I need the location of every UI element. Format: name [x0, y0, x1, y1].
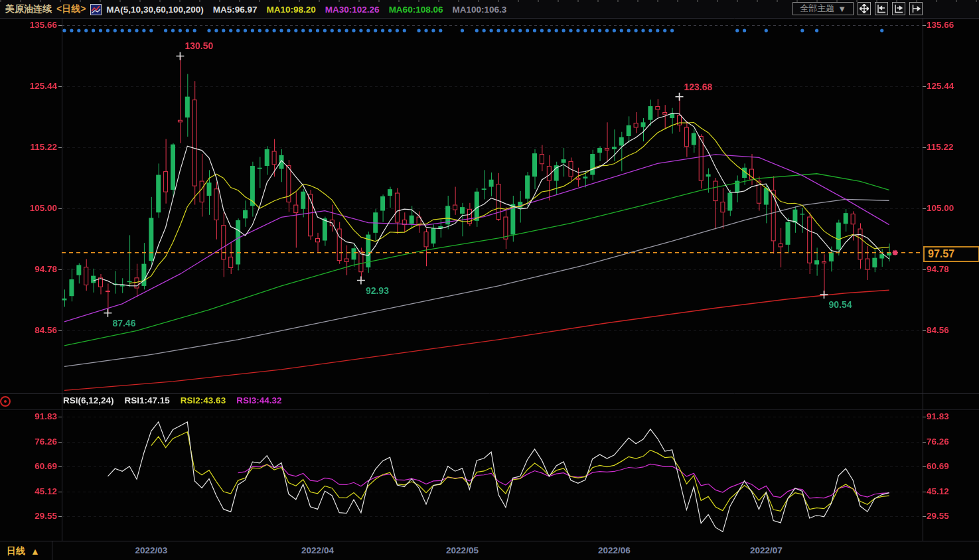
y-axis-label: 115.22 — [0, 142, 57, 152]
y-axis-label: 91.83 — [927, 411, 949, 421]
price-annotation: 90.54 — [829, 299, 852, 310]
ma-value-label: MA30:102.26 — [325, 5, 380, 15]
y-axis-label: 60.69 — [0, 461, 57, 471]
crosshair-icon[interactable] — [858, 2, 871, 15]
chevron-down-icon: ▼ — [838, 4, 846, 14]
y-axis-label: 60.69 — [927, 461, 949, 471]
date-label: 2022/04 — [301, 545, 334, 555]
y-axis-label: 76.26 — [0, 437, 57, 447]
header-left: 美原油连续 <日线> MA(5,10,30,60,100,200)MA5:96.… — [5, 3, 506, 15]
y-axis-label: 29.55 — [927, 511, 949, 521]
jump-latest-icon[interactable] — [909, 2, 923, 15]
last-price-tag: 97.57 — [923, 246, 979, 262]
rsi-header: RSI(6,12,24)RSI1:47.15RSI2:43.63RSI3:44.… — [63, 395, 281, 405]
alert-badge-icon[interactable] — [0, 396, 11, 407]
ma-value-label: MA100:106.3 — [452, 5, 506, 15]
date-label: 2022/05 — [446, 545, 479, 555]
y-axis-label: 105.00 — [927, 203, 954, 213]
compress-kline-icon[interactable] — [875, 2, 888, 15]
theme-dropdown-label: 全部主题 — [800, 3, 834, 15]
ma-value-label: MA60:108.06 — [389, 5, 443, 15]
y-axis-label: 115.22 — [927, 142, 954, 152]
period-tag: <日线> — [56, 3, 86, 15]
divider — [52, 541, 52, 560]
y-axis-label: 105.00 — [0, 203, 57, 213]
chevron-up-icon: ▲ — [31, 546, 40, 557]
y-axis-label: 84.56 — [927, 325, 949, 335]
date-label: 2022/07 — [750, 545, 783, 555]
page-title: 美原油连续 — [5, 3, 52, 15]
y-axis-label: 125.44 — [927, 81, 954, 91]
y-axis-label: 94.78 — [927, 264, 949, 274]
header-bar: 美原油连续 <日线> MA(5,10,30,60,100,200)MA5:96.… — [0, 0, 979, 18]
price-annotation: 92.93 — [366, 285, 389, 296]
theme-dropdown-button[interactable]: 全部主题 ▼ — [792, 2, 854, 15]
ma-value-label: MA10:98.20 — [267, 5, 316, 15]
expand-kline-icon[interactable] — [892, 2, 905, 15]
y-axis-label: 125.44 — [0, 81, 57, 91]
app-root: 美原油连续 <日线> MA(5,10,30,60,100,200)MA5:96.… — [0, 0, 979, 560]
rsi-value-label: RSI(6,12,24) — [63, 395, 114, 405]
period-selector-label: 日线 — [7, 545, 25, 557]
ma-value-label: MA5:96.97 — [213, 5, 258, 15]
y-axis-label: 45.12 — [0, 486, 57, 496]
y-axis-label: 76.26 — [927, 437, 949, 447]
y-axis-label: 45.12 — [927, 486, 949, 496]
ma-values-row: MA(5,10,30,60,100,200)MA5:96.97MA10:98.2… — [106, 5, 506, 15]
rsi-value-label: RSI2:43.63 — [181, 395, 226, 405]
price-annotation: 87.46 — [112, 318, 135, 328]
y-axis-label: 29.55 — [0, 511, 57, 521]
period-selector[interactable]: 日线 ▲ — [7, 545, 40, 557]
header-toolbar: 全部主题 ▼ — [792, 2, 923, 15]
y-axis-label: 91.83 — [0, 411, 57, 421]
ma-value-label: MA(5,10,30,60,100,200) — [106, 5, 203, 15]
price-annotation: 130.50 — [185, 40, 213, 51]
y-axis-label: 135.66 — [927, 20, 954, 30]
y-axis-label: 94.78 — [0, 264, 57, 274]
y-axis-label: 84.56 — [0, 325, 57, 335]
y-axis-label: 135.66 — [0, 20, 57, 30]
rsi-value-label: RSI3:44.32 — [236, 395, 281, 405]
price-annotation: 123.68 — [684, 82, 713, 92]
date-label: 2022/03 — [135, 545, 167, 555]
time-axis-bar: 日线 ▲ 2022/032022/042022/052022/062022/07 — [0, 541, 979, 560]
chart-canvas[interactable] — [0, 0, 979, 560]
rsi-value-label: RSI1:47.15 — [125, 395, 170, 405]
last-price-value: 97.57 — [928, 248, 954, 260]
kline-chart-icon[interactable] — [90, 4, 102, 15]
date-label: 2022/06 — [598, 545, 631, 555]
